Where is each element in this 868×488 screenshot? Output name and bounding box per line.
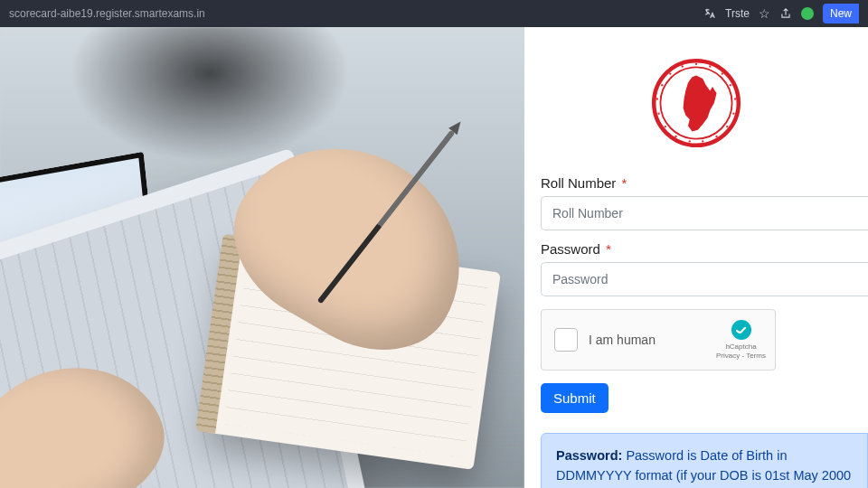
- svg-point-14: [657, 113, 659, 115]
- roll-number-field: Roll Number *: [541, 175, 868, 230]
- svg-point-10: [702, 140, 703, 142]
- roll-number-label: Roll Number *: [541, 175, 868, 191]
- svg-point-5: [730, 84, 731, 86]
- hcaptcha-widget[interactable]: I am human hCaptcha Privacy - Terms: [541, 309, 776, 371]
- new-button[interactable]: New: [823, 4, 859, 23]
- bookmark-star-icon[interactable]: ☆: [759, 6, 770, 21]
- address-bar-url: scorecard-aibe19.register.smartexams.in: [9, 7, 205, 20]
- share-icon[interactable]: [779, 7, 792, 20]
- svg-point-13: [665, 126, 666, 127]
- hcaptcha-brand: hCaptcha Privacy - Terms: [716, 319, 766, 360]
- svg-point-9: [715, 136, 717, 137]
- svg-point-8: [726, 126, 728, 127]
- svg-point-16: [661, 84, 663, 86]
- hero-image: [0, 27, 524, 488]
- svg-point-19: [731, 320, 751, 340]
- captcha-label: I am human: [589, 333, 656, 347]
- password-hint-notice: Password: Password is Date of Birth in D…: [541, 433, 868, 488]
- page-body: Roll Number * Password * I am human: [0, 27, 868, 488]
- svg-point-12: [675, 136, 676, 137]
- translate-icon[interactable]: [703, 7, 716, 20]
- svg-point-18: [682, 65, 684, 67]
- bci-logo: [647, 54, 745, 152]
- submit-button[interactable]: Submit: [541, 383, 609, 413]
- password-label: Password *: [541, 241, 868, 257]
- svg-point-3: [709, 65, 711, 67]
- required-asterisk: *: [622, 175, 627, 191]
- svg-point-7: [732, 113, 734, 115]
- svg-point-11: [689, 140, 691, 142]
- required-asterisk: *: [606, 241, 611, 257]
- translate-label: Trste: [725, 7, 750, 20]
- password-input[interactable]: [541, 262, 868, 296]
- svg-point-2: [695, 63, 697, 65]
- captcha-checkbox[interactable]: [554, 328, 578, 352]
- status-dot-icon: [801, 7, 814, 20]
- hcaptcha-icon: [731, 319, 752, 341]
- svg-point-17: [669, 72, 671, 74]
- svg-point-4: [722, 72, 723, 74]
- svg-point-15: [656, 98, 658, 99]
- login-form-panel: Roll Number * Password * I am human: [524, 27, 868, 488]
- notice-label: Password:: [556, 448, 622, 463]
- roll-number-input[interactable]: [541, 196, 868, 230]
- password-field: Password *: [541, 241, 868, 296]
- svg-point-6: [734, 98, 736, 99]
- browser-chrome-bar: scorecard-aibe19.register.smartexams.in …: [0, 0, 868, 27]
